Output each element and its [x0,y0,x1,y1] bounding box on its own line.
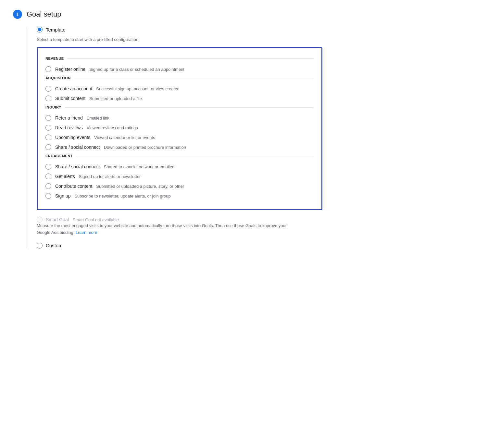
sign-up-desc: Subscribe to newsletter, update alerts, … [74,194,170,198]
download-print-desc: Downloaded or printed brochure informati… [104,145,186,150]
learn-more-link[interactable]: Learn more [76,230,97,235]
category-engagement-label: ENGAGEMENT [45,154,314,158]
goal-item-download-print[interactable]: Share / social connect Downloaded or pri… [45,142,314,152]
goal-item-read-reviews[interactable]: Read reviews Viewed reviews and ratings [45,123,314,133]
create-account-radio[interactable] [45,86,51,92]
read-reviews-name: Read reviews [55,125,83,130]
refer-friend-desc: Emailed link [87,116,109,121]
goal-item-share-social[interactable]: Share / social connect Shared to a socia… [45,162,314,172]
goal-item-sign-up[interactable]: Sign up Subscribe to newsletter, update … [45,191,314,201]
goal-item-refer-friend[interactable]: Refer a friend Emailed link [45,113,314,123]
category-revenue: REVENUE Register online Signed up for a … [45,57,314,74]
goal-item-register-online[interactable]: Register online Signed up for a class or… [45,64,314,74]
template-description: Select a template to start with a pre-fi… [37,37,322,42]
category-inquiry-label: INQUIRY [45,105,314,109]
create-account-name: Create an account [55,86,92,91]
template-radio[interactable] [37,27,43,32]
read-reviews-desc: Viewed reviews and ratings [87,125,138,130]
template-box: REVENUE Register online Signed up for a … [37,47,322,210]
category-engagement: ENGAGEMENT Share / social connect Shared… [45,154,314,201]
vertical-divider [27,27,27,249]
smart-goal-section: Smart Goal Smart Goal not available. Mea… [37,217,322,236]
custom-option[interactable]: Custom [37,243,322,249]
contribute-content-name: Contribute content [55,184,92,189]
get-alerts-radio[interactable] [45,173,51,179]
category-acquisition-label: ACQUISITION [45,76,314,80]
smart-goal-label: Smart Goal [46,217,69,222]
category-inquiry: INQUIRY Refer a friend Emailed link Read… [45,105,314,152]
refer-friend-radio[interactable] [45,115,51,121]
register-online-name: Register online [55,67,85,72]
smart-goal-option[interactable]: Smart Goal Smart Goal not available. [37,217,322,223]
get-alerts-desc: Signed up for alerts or newsletter [79,174,141,179]
read-reviews-radio[interactable] [45,125,51,131]
step-header: 1 Goal setup [13,10,474,19]
submit-content-radio[interactable] [45,96,51,101]
custom-label[interactable]: Custom [46,243,63,248]
share-social-name: Share / social connect [55,164,100,169]
template-label[interactable]: Template [46,27,66,32]
template-option[interactable]: Template [37,27,322,32]
goal-item-contribute-content[interactable]: Contribute content Submitted or uploaded… [45,181,314,191]
create-account-desc: Successful sign up, account, or view cre… [96,86,180,91]
upcoming-events-name: Upcoming events [55,135,90,140]
contribute-content-radio[interactable] [45,183,51,189]
upcoming-events-desc: Viewed calendar or list or events [94,135,155,140]
category-acquisition: ACQUISITION Create an account Successful… [45,76,314,103]
step-number: 1 [16,12,19,17]
goal-item-submit-content[interactable]: Submit content Submitted or uploaded a f… [45,94,314,103]
submit-content-desc: Submitted or uploaded a file [89,96,142,101]
goal-item-create-account[interactable]: Create an account Successful sign up, ac… [45,84,314,94]
register-online-radio[interactable] [45,66,51,72]
share-social-desc: Shared to a social network or emailed [104,164,175,169]
smart-goal-radio[interactable] [37,217,43,223]
sign-up-name: Sign up [55,193,70,198]
goal-item-get-alerts[interactable]: Get alerts Signed up for alerts or newsl… [45,172,314,181]
download-print-radio[interactable] [45,144,51,150]
upcoming-events-radio[interactable] [45,134,51,140]
smart-goal-unavailable: Smart Goal not available. [73,217,120,222]
sign-up-radio[interactable] [45,193,51,199]
share-social-radio[interactable] [45,164,51,170]
refer-friend-name: Refer a friend [55,115,83,121]
custom-radio[interactable] [37,243,43,249]
contribute-content-desc: Submitted or uploaded a picture, story, … [96,184,184,189]
main-content: Template Select a template to start with… [37,27,322,249]
get-alerts-name: Get alerts [55,174,75,179]
step-number-circle: 1 [13,10,22,19]
goal-item-upcoming-events[interactable]: Upcoming events Viewed calendar or list … [45,133,314,142]
smart-goal-measure-text: Measure the most engaged visits to your … [37,223,296,236]
download-print-name-alt: Share / social connect [55,145,100,150]
content-area: Template Select a template to start with… [27,27,474,249]
submit-content-name: Submit content [55,96,85,101]
category-revenue-label: REVENUE [45,57,314,60]
step-title: Goal setup [27,10,61,19]
register-online-desc: Signed up for a class or scheduled an ap… [89,67,184,72]
